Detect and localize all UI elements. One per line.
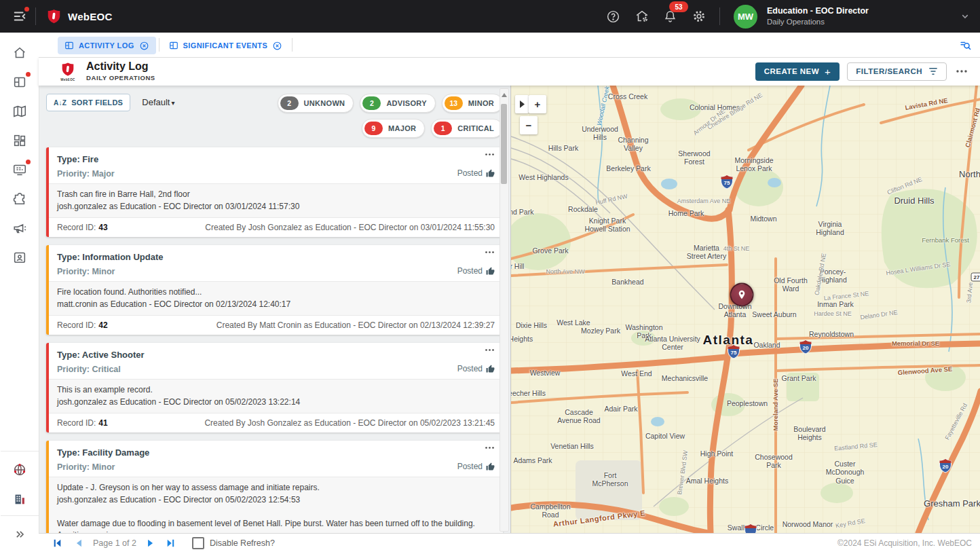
- record-type: Type: Information Update: [57, 251, 495, 263]
- activity-record-card[interactable]: Type: Fire Priority: Major Posted Trash …: [46, 147, 503, 237]
- activity-log-list-pane: A↓Z SORT FIELDS Default▾ 2 UNKNOWN 2 ADV…: [39, 86, 510, 533]
- list-scrollbar[interactable]: [500, 88, 509, 532]
- activity-record-card[interactable]: Type: Facility Damage Priority: Minor Po…: [46, 441, 503, 533]
- sort-order-dropdown[interactable]: Default▾: [142, 97, 174, 107]
- tab-significant-events[interactable]: SIGNIFICANT EVENTS: [162, 37, 290, 54]
- record-priority: Priority: Major: [57, 168, 495, 180]
- organization-buildings-icon[interactable]: [6, 485, 33, 513]
- previous-page-button[interactable]: [70, 536, 88, 550]
- more-options-icon[interactable]: [954, 69, 969, 73]
- board-display-notification-dot: [26, 160, 31, 164]
- tab-search-icon[interactable]: [959, 39, 980, 52]
- interstate-shield: 75: [727, 344, 740, 359]
- priority-chip[interactable]: 13 MINOR: [442, 94, 503, 113]
- contacts-icon[interactable]: [6, 244, 33, 271]
- tab-activity-log[interactable]: ACTIVITY LOG: [58, 37, 156, 54]
- pin-icon: [737, 290, 747, 300]
- priority-chip[interactable]: 2 UNKNOWN: [278, 94, 354, 113]
- priority-chip[interactable]: 2 ADVISORY: [360, 94, 435, 113]
- chip-count-badge: 2: [362, 96, 381, 110]
- record-posted-status: Posted: [457, 168, 495, 178]
- record-more-options-icon[interactable]: [485, 251, 495, 254]
- zoom-in-button[interactable]: +: [529, 95, 546, 113]
- interstate-shield: 20: [799, 339, 812, 354]
- disable-refresh-control[interactable]: Disable Refresh?: [192, 537, 275, 549]
- zoom-out-label: −: [526, 119, 532, 131]
- chip-label: MINOR: [468, 99, 494, 107]
- close-tab-icon[interactable]: [139, 41, 149, 51]
- zoom-out-button[interactable]: −: [520, 116, 538, 134]
- user-avatar[interactable]: MW: [734, 5, 757, 29]
- filter-search-label: FILTER/SEARCH: [856, 67, 922, 75]
- sidebar-divider: [1, 515, 39, 516]
- menu-notification-dot: [24, 7, 29, 12]
- maps-icon[interactable]: [6, 98, 33, 125]
- user-role: Education - EOC Director: [767, 6, 869, 17]
- record-priority: Priority: Minor: [57, 265, 495, 278]
- apps-icon[interactable]: [6, 127, 33, 154]
- posted-label: Posted: [457, 364, 483, 373]
- record-more-options-icon[interactable]: [485, 348, 495, 352]
- record-id-label: Record ID:: [57, 223, 96, 232]
- last-page-button[interactable]: [162, 536, 180, 550]
- shield-number: 75: [727, 350, 740, 356]
- left-sidebar: [0, 33, 39, 552]
- boards-icon[interactable]: [6, 69, 33, 96]
- priority-chip[interactable]: 1 CRITICAL: [431, 119, 503, 138]
- activity-record-card[interactable]: Type: Active Shooter Priority: Critical …: [46, 343, 503, 433]
- scroll-up-icon[interactable]: [502, 93, 507, 97]
- thumbs-up-icon: [486, 365, 495, 373]
- topbar-divider: [35, 7, 36, 25]
- activity-record-card[interactable]: Type: Information Update Priority: Minor…: [46, 245, 503, 335]
- announcements-megaphone-icon[interactable]: [6, 215, 33, 242]
- map-marker[interactable]: [730, 283, 754, 307]
- filter-search-button[interactable]: FILTER/SEARCH: [847, 62, 947, 81]
- topbar-divider: [719, 7, 720, 25]
- tab-label: SIGNIFICANT EVENTS: [183, 41, 268, 50]
- scrollbar-thumb[interactable]: [501, 104, 507, 184]
- tab-label: ACTIVITY LOG: [79, 41, 134, 50]
- record-created-by: Created By Josh Gonzalez as Education - …: [205, 223, 495, 232]
- record-id-label: Record ID:: [57, 418, 96, 428]
- shield-number: 20: [799, 345, 812, 351]
- sort-az-icon: A↓Z: [54, 99, 67, 107]
- posted-label: Posted: [457, 266, 483, 276]
- double-chevron-right-icon[interactable]: [6, 521, 33, 548]
- record-body: Trash can fire in Barre Hall, 2nd floor …: [49, 183, 503, 218]
- expand-panel-icon[interactable]: [515, 95, 529, 113]
- board-display-icon[interactable]: [6, 156, 33, 183]
- app-brand: WebEOC: [47, 8, 113, 25]
- priority-chip[interactable]: 9 MAJOR: [362, 119, 425, 138]
- board-tabstrip: ACTIVITY LOG SIGNIFICANT EVENTS: [39, 33, 980, 58]
- plus-icon: +: [825, 66, 831, 77]
- chip-label: MAJOR: [388, 124, 416, 132]
- page-subtitle: DAILY OPERATIONS: [86, 75, 155, 81]
- chevron-down-icon[interactable]: [960, 11, 970, 22]
- app-title: WebEOC: [68, 11, 113, 22]
- user-menu[interactable]: Education - EOC Director Daily Operation…: [767, 6, 869, 26]
- record-id-label: Record ID:: [57, 320, 96, 330]
- help-icon[interactable]: [601, 4, 626, 29]
- interstate-shield: 20: [939, 458, 952, 473]
- record-footer: Record ID:43 Created By Josh Gonzalez as…: [49, 218, 503, 237]
- notifications-bell-icon[interactable]: 53: [658, 4, 683, 29]
- menu-collapse-icon[interactable]: [8, 5, 31, 28]
- sort-fields-button[interactable]: A↓Z SORT FIELDS: [46, 94, 130, 111]
- record-more-options-icon[interactable]: [485, 153, 495, 156]
- webeoc-shield-logo: [47, 8, 61, 25]
- next-page-button[interactable]: [142, 536, 159, 550]
- home-icon[interactable]: [6, 39, 33, 67]
- settings-gear-icon[interactable]: [687, 4, 711, 29]
- map-pane[interactable]: oltonCross CreekColonial HomesUnderwood …: [510, 86, 980, 533]
- close-tab-icon[interactable]: [272, 41, 282, 51]
- network-globe-icon[interactable]: [6, 456, 33, 483]
- disable-refresh-checkbox[interactable]: [192, 537, 204, 549]
- home-settings-icon[interactable]: [630, 4, 654, 29]
- first-page-button[interactable]: [48, 536, 66, 550]
- record-more-options-icon[interactable]: [485, 446, 495, 449]
- plugins-icon[interactable]: [6, 185, 33, 213]
- record-body: Update - J. Greyson is on her way to ass…: [49, 477, 503, 533]
- page-indicator: Page 1 of 2: [93, 538, 136, 548]
- disable-refresh-label: Disable Refresh?: [210, 538, 275, 548]
- create-new-button[interactable]: CREATE NEW +: [755, 62, 840, 81]
